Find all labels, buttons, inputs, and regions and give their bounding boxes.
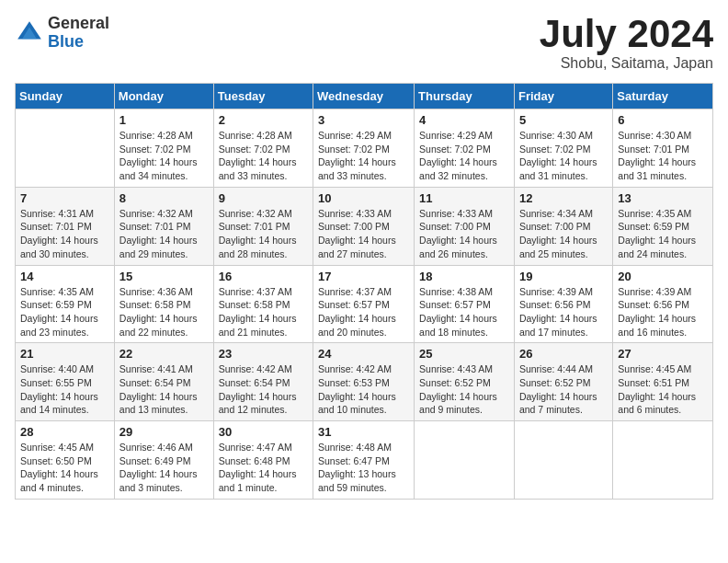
calendar-cell: 23Sunrise: 4:42 AM Sunset: 6:54 PM Dayli… <box>213 343 313 421</box>
calendar-week-row: 1Sunrise: 4:28 AM Sunset: 7:02 PM Daylig… <box>16 109 713 188</box>
calendar-week-row: 14Sunrise: 4:35 AM Sunset: 6:59 PM Dayli… <box>16 265 713 343</box>
day-number: 28 <box>20 425 109 439</box>
day-number: 22 <box>119 347 209 361</box>
day-info: Sunrise: 4:47 AM Sunset: 6:48 PM Dayligh… <box>219 441 308 495</box>
day-number: 23 <box>219 347 308 361</box>
day-number: 20 <box>618 270 708 283</box>
calendar-cell: 11Sunrise: 4:33 AM Sunset: 7:00 PM Dayli… <box>415 187 515 265</box>
day-number: 24 <box>318 347 409 361</box>
calendar-cell: 14Sunrise: 4:35 AM Sunset: 6:59 PM Dayli… <box>16 265 115 343</box>
day-of-week-header: Saturday <box>613 84 713 109</box>
day-info: Sunrise: 4:41 AM Sunset: 6:54 PM Dayligh… <box>119 362 209 417</box>
day-number: 16 <box>219 270 308 283</box>
day-info: Sunrise: 4:33 AM Sunset: 7:00 PM Dayligh… <box>318 207 409 261</box>
calendar-table: SundayMondayTuesdayWednesdayThursdayFrid… <box>15 83 713 500</box>
day-number: 11 <box>419 191 509 205</box>
calendar-week-row: 7Sunrise: 4:31 AM Sunset: 7:01 PM Daylig… <box>16 187 713 265</box>
page-header: General Blue July 2024 Shobu, Saitama, J… <box>15 15 713 72</box>
logo-text: General Blue <box>48 15 109 52</box>
day-number: 4 <box>419 113 509 127</box>
day-info: Sunrise: 4:31 AM Sunset: 7:01 PM Dayligh… <box>20 207 109 261</box>
day-number: 8 <box>119 191 209 205</box>
day-info: Sunrise: 4:34 AM Sunset: 7:00 PM Dayligh… <box>519 207 608 261</box>
day-number: 14 <box>20 270 109 283</box>
day-info: Sunrise: 4:45 AM Sunset: 6:51 PM Dayligh… <box>618 362 708 417</box>
calendar-cell: 21Sunrise: 4:40 AM Sunset: 6:55 PM Dayli… <box>16 343 115 421</box>
month-title: July 2024 <box>540 15 713 53</box>
calendar-cell <box>613 421 713 500</box>
day-info: Sunrise: 4:45 AM Sunset: 6:50 PM Dayligh… <box>20 441 109 495</box>
calendar-cell: 10Sunrise: 4:33 AM Sunset: 7:00 PM Dayli… <box>313 187 415 265</box>
day-info: Sunrise: 4:30 AM Sunset: 7:01 PM Dayligh… <box>618 129 708 183</box>
calendar-cell: 25Sunrise: 4:43 AM Sunset: 6:52 PM Dayli… <box>415 343 515 421</box>
logo-general: General <box>48 15 109 33</box>
calendar-cell: 8Sunrise: 4:32 AM Sunset: 7:01 PM Daylig… <box>114 187 213 265</box>
day-number: 26 <box>519 347 608 361</box>
day-info: Sunrise: 4:42 AM Sunset: 6:53 PM Dayligh… <box>318 362 409 417</box>
day-number: 1 <box>119 113 209 127</box>
day-info: Sunrise: 4:37 AM Sunset: 6:58 PM Dayligh… <box>219 285 308 339</box>
calendar-cell: 15Sunrise: 4:36 AM Sunset: 6:58 PM Dayli… <box>114 265 213 343</box>
day-of-week-header: Thursday <box>415 84 515 109</box>
day-number: 18 <box>419 270 509 283</box>
calendar-cell: 2Sunrise: 4:28 AM Sunset: 7:02 PM Daylig… <box>213 109 313 188</box>
logo-blue: Blue <box>48 33 109 52</box>
day-number: 12 <box>519 191 608 205</box>
day-of-week-header: Tuesday <box>213 84 313 109</box>
calendar-cell: 9Sunrise: 4:32 AM Sunset: 7:01 PM Daylig… <box>213 187 313 265</box>
day-number: 19 <box>519 270 608 283</box>
title-block: July 2024 Shobu, Saitama, Japan <box>540 15 713 72</box>
calendar-cell: 22Sunrise: 4:41 AM Sunset: 6:54 PM Dayli… <box>114 343 213 421</box>
day-info: Sunrise: 4:28 AM Sunset: 7:02 PM Dayligh… <box>219 129 308 183</box>
calendar-header-row: SundayMondayTuesdayWednesdayThursdayFrid… <box>16 84 713 109</box>
day-info: Sunrise: 4:46 AM Sunset: 6:49 PM Dayligh… <box>119 441 209 495</box>
day-info: Sunrise: 4:38 AM Sunset: 6:57 PM Dayligh… <box>419 285 509 339</box>
day-info: Sunrise: 4:44 AM Sunset: 6:52 PM Dayligh… <box>519 362 608 417</box>
day-number: 29 <box>119 425 209 439</box>
calendar-cell: 30Sunrise: 4:47 AM Sunset: 6:48 PM Dayli… <box>213 421 313 500</box>
day-info: Sunrise: 4:28 AM Sunset: 7:02 PM Dayligh… <box>119 129 209 183</box>
calendar-cell: 6Sunrise: 4:30 AM Sunset: 7:01 PM Daylig… <box>613 109 713 188</box>
day-info: Sunrise: 4:39 AM Sunset: 6:56 PM Dayligh… <box>519 285 608 339</box>
calendar-cell: 26Sunrise: 4:44 AM Sunset: 6:52 PM Dayli… <box>514 343 612 421</box>
day-number: 9 <box>219 191 308 205</box>
day-info: Sunrise: 4:30 AM Sunset: 7:02 PM Dayligh… <box>519 129 608 183</box>
logo-icon <box>15 18 44 48</box>
calendar-cell: 4Sunrise: 4:29 AM Sunset: 7:02 PM Daylig… <box>415 109 515 188</box>
day-of-week-header: Wednesday <box>313 84 415 109</box>
calendar-week-row: 21Sunrise: 4:40 AM Sunset: 6:55 PM Dayli… <box>16 343 713 421</box>
calendar-cell: 17Sunrise: 4:37 AM Sunset: 6:57 PM Dayli… <box>313 265 415 343</box>
calendar-cell: 19Sunrise: 4:39 AM Sunset: 6:56 PM Dayli… <box>514 265 612 343</box>
calendar-cell: 24Sunrise: 4:42 AM Sunset: 6:53 PM Dayli… <box>313 343 415 421</box>
calendar-cell: 12Sunrise: 4:34 AM Sunset: 7:00 PM Dayli… <box>514 187 612 265</box>
day-number: 27 <box>618 347 708 361</box>
calendar-cell: 3Sunrise: 4:29 AM Sunset: 7:02 PM Daylig… <box>313 109 415 188</box>
day-number: 17 <box>318 270 409 283</box>
day-info: Sunrise: 4:37 AM Sunset: 6:57 PM Dayligh… <box>318 285 409 339</box>
day-number: 7 <box>20 191 109 205</box>
day-number: 5 <box>519 113 608 127</box>
day-info: Sunrise: 4:48 AM Sunset: 6:47 PM Dayligh… <box>318 441 409 495</box>
day-of-week-header: Friday <box>514 84 612 109</box>
day-of-week-header: Sunday <box>16 84 115 109</box>
day-number: 31 <box>318 425 409 439</box>
day-number: 15 <box>119 270 209 283</box>
day-info: Sunrise: 4:32 AM Sunset: 7:01 PM Dayligh… <box>219 207 308 261</box>
day-info: Sunrise: 4:39 AM Sunset: 6:56 PM Dayligh… <box>618 285 708 339</box>
day-info: Sunrise: 4:32 AM Sunset: 7:01 PM Dayligh… <box>119 207 209 261</box>
calendar-cell: 5Sunrise: 4:30 AM Sunset: 7:02 PM Daylig… <box>514 109 612 188</box>
day-of-week-header: Monday <box>114 84 213 109</box>
day-info: Sunrise: 4:42 AM Sunset: 6:54 PM Dayligh… <box>219 362 308 417</box>
day-number: 30 <box>219 425 308 439</box>
calendar-cell <box>16 109 115 188</box>
calendar-cell: 28Sunrise: 4:45 AM Sunset: 6:50 PM Dayli… <box>16 421 115 500</box>
day-info: Sunrise: 4:40 AM Sunset: 6:55 PM Dayligh… <box>20 362 109 417</box>
calendar-cell: 27Sunrise: 4:45 AM Sunset: 6:51 PM Dayli… <box>613 343 713 421</box>
day-info: Sunrise: 4:29 AM Sunset: 7:02 PM Dayligh… <box>318 129 409 183</box>
day-info: Sunrise: 4:35 AM Sunset: 6:59 PM Dayligh… <box>618 207 708 261</box>
day-info: Sunrise: 4:29 AM Sunset: 7:02 PM Dayligh… <box>419 129 509 183</box>
day-info: Sunrise: 4:43 AM Sunset: 6:52 PM Dayligh… <box>419 362 509 417</box>
calendar-cell <box>514 421 612 500</box>
day-number: 21 <box>20 347 109 361</box>
calendar-cell: 7Sunrise: 4:31 AM Sunset: 7:01 PM Daylig… <box>16 187 115 265</box>
